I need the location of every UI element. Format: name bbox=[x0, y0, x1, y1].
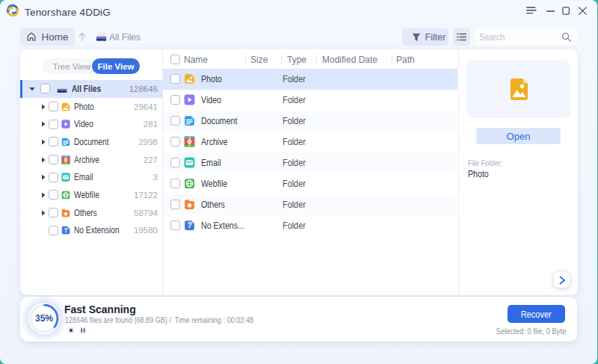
svg-text:?: ? bbox=[187, 221, 191, 229]
svg-text:?: ? bbox=[64, 226, 67, 234]
